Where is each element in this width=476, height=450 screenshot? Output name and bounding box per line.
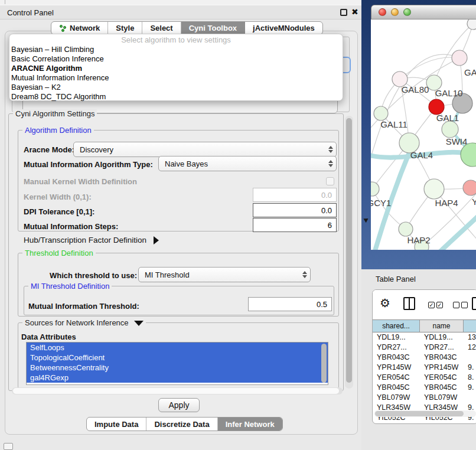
gear-icon[interactable]: ⚙	[380, 296, 390, 310]
unchecked-checkbox-icon[interactable]	[461, 302, 468, 308]
mouse-cursor	[363, 217, 369, 223]
table-panel-title: Table Panel	[376, 275, 416, 283]
control-panel: Control Panel ✖ Network Style Select Cyn…	[0, 0, 361, 450]
table-row[interactable]: YPR145WYPR145W9.	[373, 363, 476, 373]
node-gal-partial[interactable]	[452, 50, 467, 66]
table-row[interactable]: YBR045CYBR045C9.	[373, 383, 476, 393]
node-hap4[interactable]	[424, 179, 444, 199]
control-panel-tabbar: Network Style Select Cyni Toolbox jActiv…	[51, 21, 323, 35]
settings-hscrollbar-track[interactable]	[12, 387, 343, 394]
threshold-definition-title: Threshold Definition	[22, 249, 96, 257]
right-region: GAL GAL80 GAL10 GAL1 GAL11 SWI4 GAL4 GCY…	[361, 0, 476, 450]
unchecked-checkbox-icon[interactable]	[453, 302, 459, 308]
column-header-name[interactable]: name	[420, 320, 464, 332]
dropdown-item[interactable]: Bayesian – K2	[9, 83, 343, 92]
combo-stepper-icon	[299, 271, 310, 278]
network-canvas[interactable]: GAL GAL80 GAL10 GAL1 GAL11 SWI4 GAL4 GCY…	[371, 19, 476, 250]
tab-cyni-toolbox[interactable]: Cyni Toolbox	[181, 22, 245, 34]
node-swi4[interactable]	[461, 143, 476, 167]
tab-network[interactable]: Network	[51, 22, 108, 34]
dropdown-item[interactable]: Basic Correlation Inference	[9, 54, 343, 64]
column-header-partial[interactable]: A	[464, 320, 476, 332]
dropdown-item[interactable]: Dream8 DC_TDC Algorithm	[9, 92, 343, 102]
data-attributes-label: Data Attributes	[21, 332, 76, 341]
attribute-item-selected[interactable]: SelfLoops	[27, 343, 328, 353]
node-label: GAL4	[410, 150, 433, 160]
mi-type-label: Mutual Information Algorithm Type:	[24, 160, 153, 169]
apply-button[interactable]: Apply	[158, 398, 200, 412]
close-panel-icon[interactable]: ✖	[351, 7, 358, 17]
close-traffic-light-icon[interactable]	[379, 8, 386, 16]
tab-impute-data[interactable]: Impute Data	[87, 418, 146, 431]
minimize-traffic-light-icon[interactable]	[391, 8, 399, 16]
node-label: Y	[472, 197, 476, 207]
node-green[interactable]	[442, 121, 458, 138]
manual-kernel-label: Manual Kernel Width Definition	[24, 177, 137, 186]
node-gcy1[interactable]	[371, 182, 379, 196]
minimized-panel-icon[interactable]	[4, 443, 13, 450]
node-salmon[interactable]	[463, 180, 476, 195]
zoom-traffic-light-icon[interactable]	[403, 8, 411, 16]
attribute-item-selected[interactable]: gal4RGexp	[27, 373, 328, 383]
node-label: HAP4	[435, 198, 458, 208]
mi-type-combo[interactable]: Naive Bayes	[158, 156, 337, 171]
attribute-item-selected[interactable]: BetweennessCentrality	[27, 363, 328, 373]
checked-checkbox-icon[interactable]: ✓	[428, 302, 435, 308]
manual-kernel-checkbox[interactable]	[326, 177, 334, 185]
network-graph: GAL GAL80 GAL10 GAL1 GAL11 SWI4 GAL4 GCY…	[371, 19, 476, 250]
which-threshold-label: Which threshold to use:	[50, 271, 137, 280]
dpi-tolerance-label: DPI Tolerance [0,1]:	[24, 207, 94, 216]
table-row[interactable]: YBR043CYBR043C	[373, 353, 476, 363]
table-container: ⚙ ✓ ✓ shared... name A YDL19...YDL19.	[372, 289, 476, 424]
settings-scrollbar-thumb[interactable]	[346, 118, 352, 383]
kernel-width-field[interactable]: 0.0	[253, 188, 337, 202]
column-header-shared-name[interactable]: shared...	[373, 320, 420, 332]
application-window: Control Panel ✖ Network Style Select Cyn…	[0, 0, 476, 450]
checked-checkbox-icon[interactable]: ✓	[436, 302, 443, 308]
table-hscrollbar-thumb[interactable]	[375, 411, 464, 416]
table-row[interactable]: YDL19...YDL19...13	[373, 332, 476, 343]
aracne-mode-combo[interactable]: Discovery	[73, 142, 337, 157]
hub-section-toggle[interactable]: Hub/Transcription Factor Definition	[24, 236, 159, 244]
dropdown-item[interactable]: Mutual Information Inference	[9, 73, 343, 83]
node-hap2[interactable]	[399, 222, 413, 236]
network-window-titlebar	[371, 5, 476, 19]
table-row[interactable]: YDR27...YDR27...12	[373, 343, 476, 353]
table-panel: Table Panel ⚙ ✓ ✓ shared... name A	[361, 269, 476, 450]
tab-style[interactable]: Style	[108, 22, 142, 34]
mi-threshold-definition-title: MI Threshold Definition	[28, 282, 112, 291]
table-toolbar: ⚙ ✓ ✓	[373, 290, 476, 319]
attributes-scrollbar-thumb[interactable]	[321, 344, 327, 383]
float-panel-icon[interactable]	[340, 9, 347, 16]
mi-steps-label: Mutual Information Steps:	[24, 222, 118, 231]
sources-title[interactable]: Sources for Network Inference	[22, 318, 146, 327]
which-threshold-combo[interactable]: MI Threshold	[138, 267, 311, 282]
node-label: HAP2	[407, 235, 430, 245]
algorithm-dropdown-popup: Select algorithm to view settings Bayesi…	[9, 34, 343, 101]
mi-threshold-field[interactable]: 0.5	[248, 297, 332, 311]
tab-jactivemnodules[interactable]: jActiveMNodules	[245, 22, 322, 34]
tab-infer-network[interactable]: Infer Network	[218, 418, 282, 431]
attribute-item-selected[interactable]: TopologicalCoefficient	[27, 353, 328, 363]
dpi-tolerance-field[interactable]: 0.0	[253, 203, 337, 217]
table-hscrollbar-track[interactable]	[374, 410, 476, 417]
columns-icon[interactable]	[403, 297, 415, 310]
settings-hscrollbar-thumb[interactable]	[13, 388, 339, 394]
network-window: GAL GAL80 GAL10 GAL1 GAL11 SWI4 GAL4 GCY…	[371, 5, 476, 250]
node-gal11[interactable]	[374, 106, 388, 120]
table-row[interactable]: YBL079WYBL079W	[373, 393, 476, 403]
tab-discretize-data[interactable]: Discretize Data	[146, 418, 217, 431]
dropdown-placeholder: Select algorithm to view settings	[9, 35, 343, 45]
node-label: GAL10	[435, 88, 463, 98]
top-strip	[0, 0, 361, 5]
mi-threshold-label: Mutual Information Threshold:	[28, 302, 139, 311]
tab-select[interactable]: Select	[142, 22, 181, 34]
document-icon[interactable]	[472, 297, 476, 310]
node-label: GAL80	[402, 84, 429, 94]
dropdown-item[interactable]: Bayesian – Hill Climbing	[9, 45, 343, 54]
mi-steps-field[interactable]: 6	[253, 218, 337, 232]
node-label: GAL1	[436, 113, 459, 123]
dropdown-item-selected[interactable]: ARACNE Algorithm	[9, 64, 343, 73]
panel-tab-notch	[5, 0, 5, 4]
table-row[interactable]: YER054CYER054C8.	[373, 373, 476, 383]
